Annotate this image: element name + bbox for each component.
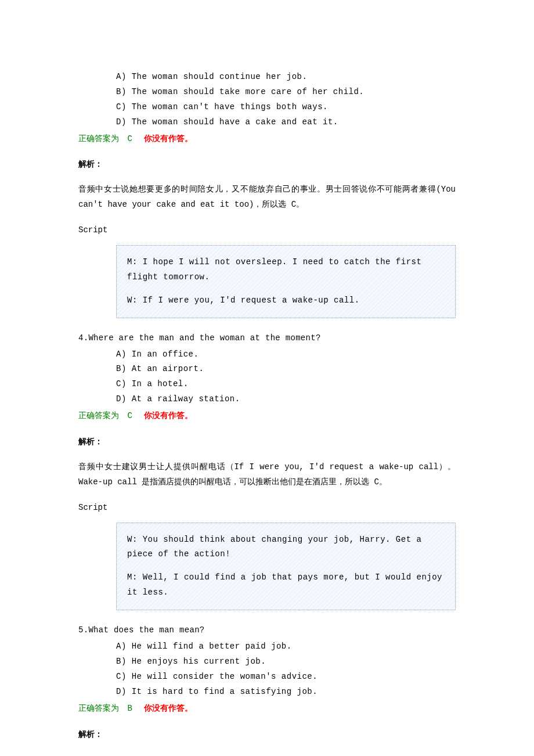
q4-script-line-1: W: You should think about changing your … <box>127 532 445 563</box>
q3-script-line-1: M: I hope I will not oversleep. I need t… <box>127 255 445 285</box>
q5-option-d: D) It is hard to find a satisfying job. <box>116 685 456 700</box>
q4-no-answer: 你没有作答。 <box>144 411 193 420</box>
q4-option-a: A) In an office. <box>116 347 456 362</box>
q4-script-title: Script <box>78 501 456 516</box>
q3-answer-prefix: 正确答案为 <box>78 134 119 143</box>
q5-answer-line: 正确答案为 B 你没有作答。 <box>78 701 456 717</box>
q5-answer-prefix: 正确答案为 <box>78 704 119 712</box>
q3-script-line-2: W: If I were you, I'd request a wake-up … <box>127 293 445 308</box>
q4-option-b: B) At an airport. <box>116 362 456 377</box>
q5-option-b: B) He enjoys his current job. <box>116 654 456 669</box>
q4-question: 4.Where are the man and the woman at the… <box>78 331 456 346</box>
q3-option-b: B) The woman should take more care of he… <box>116 85 456 100</box>
q4-script-box: W: You should think about changing your … <box>116 523 456 611</box>
q3-option-a: A) The woman should continue her job. <box>116 70 456 85</box>
q4-answer-letter: C <box>127 411 132 420</box>
q3-option-d: D) The woman should have a cake and eat … <box>116 115 456 130</box>
q5-options: A) He will find a better paid job. B) He… <box>116 639 456 700</box>
q5-option-a: A) He will find a better paid job. <box>116 639 456 654</box>
q3-script-box: M: I hope I will not oversleep. I need t… <box>116 245 456 318</box>
q4-script-line-2: M: Well, I could find a job that pays mo… <box>127 570 445 600</box>
q4-analysis-text: 音频中女士建议男士让人提供叫醒电话（If I were you, I'd req… <box>78 460 456 490</box>
q3-analysis-title: 解析： <box>78 157 456 172</box>
q4-answer-prefix: 正确答案为 <box>78 411 119 420</box>
q4-analysis-title: 解析： <box>78 434 456 449</box>
q3-analysis-text: 音频中女士说她想要更多的时间陪女儿，又不能放弃自己的事业。男士回答说你不可能两者… <box>78 182 456 213</box>
q3-options: A) The woman should continue her job. B)… <box>116 70 456 130</box>
q5-no-answer: 你没有作答。 <box>144 704 193 712</box>
q4-options: A) In an office. B) At an airport. C) In… <box>116 347 456 408</box>
q4-option-d: D) At a railway station. <box>116 392 456 407</box>
q5-answer-letter: B <box>127 704 132 713</box>
q5-analysis-title: 解析： <box>78 727 456 742</box>
q5-question: 5.What does the man mean? <box>78 623 456 638</box>
q3-answer-letter: C <box>127 134 132 143</box>
q5-option-c: C) He will consider the woman's advice. <box>116 669 456 685</box>
q3-no-answer: 你没有作答。 <box>144 134 193 143</box>
q4-option-c: C) In a hotel. <box>116 377 456 392</box>
q4-answer-line: 正确答案为 C 你没有作答。 <box>78 408 456 424</box>
q3-option-c: C) The woman can't have things both ways… <box>116 100 456 115</box>
q3-script-title: Script <box>78 223 456 238</box>
q3-answer-line: 正确答案为 C 你没有作答。 <box>78 131 456 147</box>
